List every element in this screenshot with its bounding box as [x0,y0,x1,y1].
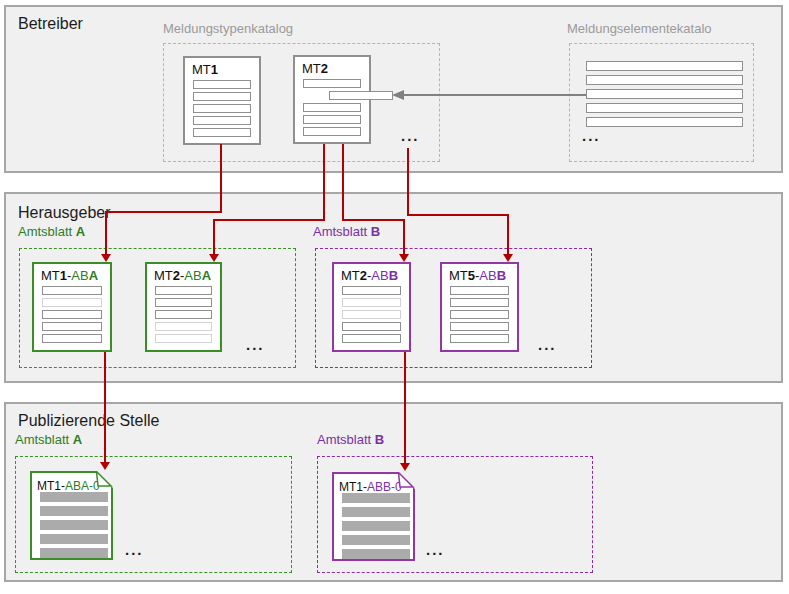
doc-line [193,128,251,137]
doc-title-num: 1 [211,62,218,77]
doc-line [342,549,410,559]
doc-line [450,310,509,319]
page-fold-icon [398,472,415,489]
arrow-mt2-to-aba-seg [213,219,215,254]
arrow-more-to-mt5abb-seg [407,214,509,216]
doc-title-text: MT1- [37,479,65,493]
doc-title-num: 2 [321,61,328,76]
arrow-mt2-to-abb-seg [342,144,344,221]
amtsblatt-text: Amtsblatt [313,224,367,239]
doc-mt5-abb: MT5-ABB [440,262,519,352]
doc-line [342,507,410,517]
gray-arrow-line [404,94,586,96]
arrow-more-to-mt5abb-seg [507,214,509,254]
element-line [586,117,743,127]
doc-mt1-abb-0: MT1-ABB-0 [332,472,415,561]
arrow-mt2-to-abb-seg [342,219,405,221]
doc-line [193,92,251,101]
doc-line [42,334,102,343]
doc-line [193,116,251,125]
arrow-abb-to-published-seg [404,352,406,463]
doc-line [450,286,509,295]
doc-title-num: 2 [173,268,180,283]
page-fold-icon [96,471,113,488]
arrow-more-to-mt5abb-seg [407,148,409,216]
doc-line [42,298,102,307]
doc-title-letter: A [89,268,98,283]
doc-line [450,334,509,343]
arrow-mt1-to-aba-seg [105,211,222,213]
doc-line [342,286,401,295]
doc-line [342,310,401,319]
element-line [586,89,743,99]
doc-line [40,506,108,516]
doc-line [303,127,361,136]
doc-mt2-title: MT2 [295,57,369,77]
doc-mt1: MT1 [183,56,261,145]
doc-lines [334,491,413,559]
band-herausgeber-title: Herausgeber [18,204,111,222]
doc-mt1-aba-title: MT1-ABA [34,264,110,284]
doc-line [342,521,410,531]
gray-arrowhead-left-icon [392,90,404,100]
element-line [586,75,743,85]
doc-line [193,80,251,89]
doc-title-ab: AB [184,268,201,283]
doc-title-text: MT [341,268,360,283]
doc-title-num: 1 [60,268,67,283]
meldungselementekatalog-label: Meldungselementekatalo [567,21,712,36]
diagram-canvas: Betreiber Meldungstypenkatalog Meldungse… [0,0,789,594]
amtsblatt-letter: A [76,224,85,239]
doc-title-ab: AB [71,268,88,283]
red-arrowhead-down-icon [503,254,513,262]
doc-title-ab: AB [371,268,388,283]
arrow-mt1-to-aba-seg [220,144,222,212]
doc-title-letter: A [202,268,211,283]
doc-title-text: MT [302,61,321,76]
doc-line [155,286,212,295]
amtsblatt-letter: B [375,432,384,447]
doc-mt2-aba: MT2-ABA [145,262,222,352]
amtsblatt-letter: B [371,224,380,239]
amtsblatt-text: Amtsblatt [18,224,72,239]
doc-line [42,310,102,319]
doc-mt2-lines [295,77,369,136]
amtsblatt-b-label-mid: Amtsblatt B [313,224,380,239]
doc-line [155,310,212,319]
red-arrowhead-down-icon [400,463,410,471]
doc-mt2-abb: MT2-ABB [332,262,411,352]
doc-mt2: MT2 [293,55,371,144]
doc-line [342,322,401,331]
doc-title-num: 2 [360,268,367,283]
arrow-mt2-to-abb-seg [403,219,405,254]
doc-line [342,334,401,343]
doc-line [303,79,361,88]
doc-title-num: 5 [468,268,475,283]
doc-line [40,492,108,502]
doc-title-text: MT [192,62,211,77]
doc-line [450,298,509,307]
ellipsis-amtsblatt-a-mid: ... [246,336,265,353]
amtsblatt-a-label-bottom: Amtsblatt A [15,432,82,447]
doc-line [40,534,108,544]
doc-mt2-aba-title: MT2-ABA [147,264,220,284]
doc-mt1-lines [185,78,259,137]
band-publizierende-title: Publizierende Stelle [18,412,159,430]
red-arrowhead-down-icon [399,254,409,262]
doc-title-text: MT [449,268,468,283]
doc-lines [32,490,111,558]
amtsblatt-text: Amtsblatt [317,432,371,447]
red-arrowhead-down-icon [101,254,111,262]
meldungstypenkatalog-label: Meldungstypenkatalog [163,21,293,36]
doc-mt1-aba: MT1-ABA [32,262,112,352]
doc-title-suffix: ABB-0 [367,480,402,494]
doc-line [303,103,361,112]
doc-line [193,104,251,113]
doc-title-text: MT1- [339,480,367,494]
doc-title-text: MT [154,268,173,283]
doc-title-ab: AB [479,268,496,283]
doc-line [42,322,102,331]
amtsblatt-a-label-mid: Amtsblatt A [18,224,85,239]
amtsblatt-b-label-bottom: Amtsblatt B [317,432,384,447]
element-line [586,103,743,113]
